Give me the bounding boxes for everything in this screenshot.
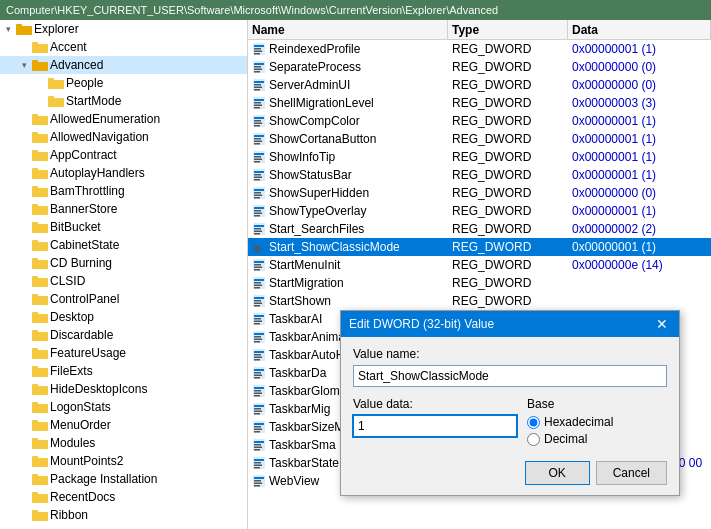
tree-label: AutoplayHandlers xyxy=(50,166,145,180)
svg-rect-177 xyxy=(254,477,264,479)
tree-item-cdburning[interactable]: CD Burning xyxy=(0,254,247,272)
reg-icon xyxy=(252,42,266,56)
tree-item-fileexts[interactable]: FileExts xyxy=(0,362,247,380)
svg-rect-97 xyxy=(254,189,264,191)
expander-placeholder xyxy=(16,327,32,343)
svg-rect-53 xyxy=(32,492,38,495)
header-type[interactable]: Type xyxy=(448,20,568,39)
cell-data: 0x00000002 (2) xyxy=(568,220,711,238)
tree-item-accent[interactable]: Accent xyxy=(0,38,247,56)
list-row[interactable]: Start_ShowClassicModeREG_DWORD0x00000001… xyxy=(248,238,711,256)
list-row[interactable]: ShowCompColorREG_DWORD0x00000001 (1) xyxy=(248,112,711,130)
tree-item-bamthrottling[interactable]: BamThrottling xyxy=(0,182,247,200)
header-data[interactable]: Data xyxy=(568,20,711,39)
cell-type: REG_DWORD xyxy=(448,238,568,256)
list-row[interactable]: ShowStatusBarREG_DWORD0x00000001 (1) xyxy=(248,166,711,184)
header-name[interactable]: Name xyxy=(248,20,448,39)
dialog-close-button[interactable]: ✕ xyxy=(653,315,671,333)
tree-item-recentdocs[interactable]: RecentDocs xyxy=(0,488,247,506)
svg-rect-170 xyxy=(254,449,260,451)
tree-item-bannerstore[interactable]: BannerStore xyxy=(0,200,247,218)
svg-rect-60 xyxy=(254,53,260,55)
tree-item-mountpoints2[interactable]: MountPoints2 xyxy=(0,452,247,470)
cell-data: 0x00000001 (1) xyxy=(568,166,711,184)
list-row[interactable]: ReindexedProfileREG_DWORD0x00000001 (1) xyxy=(248,40,711,58)
dec-radio-label[interactable]: Decimal xyxy=(527,432,667,446)
value-data-input[interactable] xyxy=(353,415,517,437)
tree-label: BamThrottling xyxy=(50,184,125,198)
dec-radio[interactable] xyxy=(527,433,540,446)
expander-placeholder xyxy=(16,489,32,505)
svg-rect-160 xyxy=(254,413,260,415)
tree-item-desktop[interactable]: Desktop xyxy=(0,308,247,326)
expander-placeholder xyxy=(16,129,32,145)
list-row[interactable]: StartMenuInitREG_DWORD0x0000000e (14) xyxy=(248,256,711,274)
svg-rect-25 xyxy=(32,240,38,243)
list-row[interactable]: StartMigrationREG_DWORD xyxy=(248,274,711,292)
svg-rect-18 xyxy=(32,188,48,197)
svg-rect-13 xyxy=(32,132,38,135)
svg-rect-62 xyxy=(254,63,264,65)
tree-item-cabinetstate[interactable]: CabinetState xyxy=(0,236,247,254)
svg-rect-117 xyxy=(254,261,264,263)
list-row[interactable]: StartShownREG_DWORD xyxy=(248,292,711,310)
reg-icon xyxy=(252,96,266,110)
tree-item-featureusage[interactable]: FeatureUsage xyxy=(0,344,247,362)
folder-icon xyxy=(32,400,48,414)
expander-icon[interactable]: ▾ xyxy=(0,21,16,37)
tree-item-menuorder[interactable]: MenuOrder xyxy=(0,416,247,434)
tree-item-clsid[interactable]: CLSID xyxy=(0,272,247,290)
cell-data xyxy=(568,274,711,292)
svg-rect-175 xyxy=(254,467,260,469)
tree-item-autoplayhandlers[interactable]: AutoplayHandlers xyxy=(0,164,247,182)
expander-placeholder xyxy=(16,381,32,397)
tree-item-modules[interactable]: Modules xyxy=(0,434,247,452)
expander-icon[interactable]: ▾ xyxy=(16,57,32,73)
list-row[interactable]: ShowInfoTipREG_DWORD0x00000001 (1) xyxy=(248,148,711,166)
tree-item-appcontract[interactable]: AppContract xyxy=(0,146,247,164)
tree-item-packageinstallation[interactable]: Package Installation xyxy=(0,470,247,488)
svg-rect-26 xyxy=(32,260,48,269)
folder-icon xyxy=(32,112,48,126)
cell-name: StartShown xyxy=(248,292,448,310)
svg-rect-149 xyxy=(254,375,262,377)
value-data-container: Value data: xyxy=(353,397,517,449)
tree-item-advanced[interactable]: ▾ Advanced xyxy=(0,56,247,74)
svg-rect-16 xyxy=(32,170,48,179)
tree-item-allowednavigation[interactable]: AllowedNavigation xyxy=(0,128,247,146)
ok-button[interactable]: OK xyxy=(525,461,590,485)
tree-item-controlpanel[interactable]: ControlPanel xyxy=(0,290,247,308)
hex-radio-label[interactable]: Hexadecimal xyxy=(527,415,667,429)
tree-label: LogonStats xyxy=(50,400,111,414)
tree-item-discardable[interactable]: Discardable xyxy=(0,326,247,344)
tree-item-allowedenumeration[interactable]: AllowedEnumeration xyxy=(0,110,247,128)
tree-label: RecentDocs xyxy=(50,490,115,504)
list-row[interactable]: SeparateProcessREG_DWORD0x00000000 (0) xyxy=(248,58,711,76)
reg-icon xyxy=(252,474,266,488)
list-row[interactable]: ShowSuperHiddenREG_DWORD0x00000000 (0) xyxy=(248,184,711,202)
tree-item-startmode[interactable]: StartMode xyxy=(0,92,247,110)
tree-item-bitbucket[interactable]: BitBucket xyxy=(0,218,247,236)
expander-placeholder xyxy=(32,75,48,91)
list-row[interactable]: ServerAdminUIREG_DWORD0x00000000 (0) xyxy=(248,76,711,94)
tree-item-logonstats[interactable]: LogonStats xyxy=(0,398,247,416)
tree-item-hidedesktopicons[interactable]: HideDesktopIcons xyxy=(0,380,247,398)
list-row[interactable]: Start_SearchFilesREG_DWORD0x00000002 (2) xyxy=(248,220,711,238)
list-row[interactable]: ShowTypeOverlayREG_DWORD0x00000001 (1) xyxy=(248,202,711,220)
cell-name: ShowTypeOverlay xyxy=(248,202,448,220)
svg-rect-7 xyxy=(48,78,54,81)
list-row[interactable]: ShellMigrationLevelREG_DWORD0x00000003 (… xyxy=(248,94,711,112)
folder-icon xyxy=(32,274,48,288)
tree-item-ribbon[interactable]: Ribbon xyxy=(0,506,247,524)
hex-radio[interactable] xyxy=(527,416,540,429)
cancel-button[interactable]: Cancel xyxy=(596,461,667,485)
cell-data: 0x00000003 (3) xyxy=(568,94,711,112)
tree-item-people[interactable]: People xyxy=(0,74,247,92)
tree-item-explorer[interactable]: ▾ Explorer xyxy=(0,20,247,38)
reg-icon xyxy=(252,132,266,146)
svg-rect-169 xyxy=(254,447,262,449)
list-row[interactable]: ShowCortanaButtonREG_DWORD0x00000001 (1) xyxy=(248,130,711,148)
svg-rect-43 xyxy=(32,402,38,405)
value-name-input[interactable] xyxy=(353,365,667,387)
svg-rect-128 xyxy=(254,300,261,302)
